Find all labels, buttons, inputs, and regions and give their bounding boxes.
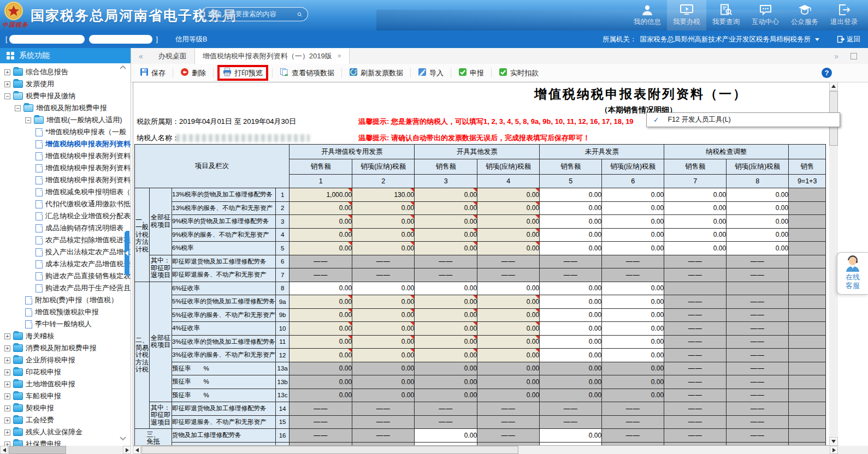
sidebar-item[interactable]: +残疾人就业保障金 (0, 426, 131, 438)
collapse-icon[interactable]: − (25, 117, 31, 123)
tab-desktop[interactable]: 办税桌面 (151, 49, 194, 64)
sidebar-item[interactable]: 增值税纳税申报表附列资料 (0, 162, 131, 174)
value-cell[interactable]: 0.00 (477, 308, 540, 322)
value-cell[interactable]: 0.00 (352, 201, 415, 215)
value-cell[interactable]: 0.00 (415, 442, 477, 446)
sidebar-item[interactable]: 成本法核定农产品增值税进 (0, 258, 131, 270)
value-cell[interactable]: 0.00 (415, 349, 477, 362)
sidebar-item[interactable]: 汇总纳税企业增值税分配表 (0, 210, 131, 222)
expand-icon[interactable]: + (4, 381, 10, 387)
value-cell[interactable]: 0.00 (415, 242, 477, 255)
sidebar-item[interactable]: *增值税纳税申报表（一般 (0, 126, 131, 138)
toolbar-button-refresh-4[interactable]: 刷新发票数据 (346, 66, 406, 80)
value-cell[interactable]: 0.00 (352, 308, 415, 322)
value-cell[interactable]: 0.00 (602, 188, 664, 202)
value-cell[interactable]: 1,000.00 (290, 188, 352, 202)
expand-icon[interactable]: + (4, 393, 10, 399)
org-value[interactable]: 国家税务总局郑州高新技术产业开发区税务局梧桐税务所 (640, 35, 811, 44)
value-cell[interactable]: 0.00 (540, 429, 602, 443)
tabs-collapse-left[interactable]: « (139, 52, 143, 61)
back-button[interactable]: 返回 (837, 35, 860, 44)
sidebar-item[interactable]: 代扣代缴税收通用缴款书抵 (0, 198, 131, 210)
search-box[interactable] (201, 7, 308, 21)
collapse-icon[interactable]: − (15, 105, 21, 111)
value-cell[interactable]: 0.00 (477, 188, 540, 202)
sidebar-item[interactable]: 增值税减免税申报明细表（ (0, 186, 131, 198)
collapse-icon[interactable]: − (4, 93, 10, 99)
sidebar-item[interactable]: 季中转一般纳税人 (0, 318, 131, 330)
value-cell[interactable]: 0.00 (290, 349, 352, 362)
nav-item-user[interactable]: 我的信息 (628, 0, 667, 31)
value-cell[interactable]: 0.00 (540, 335, 602, 349)
expand-icon[interactable]: + (4, 333, 10, 339)
sidebar-item[interactable]: +发票使用 (0, 78, 131, 90)
help-button[interactable]: ? (822, 68, 832, 78)
sidebar-collapse-handle[interactable] (125, 231, 129, 276)
sidebar-hscrollbar[interactable] (0, 446, 131, 454)
search-input[interactable] (207, 10, 297, 19)
value-cell[interactable]: 0.00 (477, 201, 540, 215)
value-cell[interactable]: 0.00 (352, 322, 415, 336)
content-hscrollbar[interactable] (133, 446, 838, 454)
value-cell[interactable]: 0.00 (540, 442, 602, 446)
sidebar-item[interactable]: −增值税(一般纳税人适用) (0, 114, 131, 126)
value-cell[interactable]: 0.00 (602, 242, 664, 255)
tab-close-icon[interactable]: × (338, 52, 341, 60)
value-cell[interactable]: 0.00 (540, 188, 602, 202)
value-cell[interactable]: 0.00 (290, 242, 352, 255)
expand-icon[interactable]: + (4, 81, 10, 87)
value-cell[interactable]: 0.00 (352, 215, 415, 229)
expand-icon[interactable]: + (4, 345, 10, 351)
expand-icon[interactable]: + (4, 357, 10, 363)
sidebar-item[interactable]: +土地增值税申报 (0, 378, 131, 390)
value-cell[interactable]: 0.00 (540, 215, 602, 229)
tree-scroll-up-icon[interactable] (120, 65, 126, 69)
sidebar-item[interactable]: 增值税纳税申报表附列资料 (0, 138, 131, 150)
sidebar-item[interactable]: 增值税预缴税款申报 (0, 306, 131, 318)
value-cell[interactable]: 0.00 (290, 228, 352, 242)
value-cell[interactable]: 0.00 (727, 228, 789, 242)
expand-icon[interactable]: + (4, 429, 10, 435)
value-cell[interactable]: 130.00 (352, 188, 415, 202)
value-cell[interactable]: 0.00 (602, 308, 664, 322)
value-cell[interactable]: 0.00 (415, 215, 477, 229)
expand-icon[interactable]: + (4, 417, 10, 423)
tree-scroll-down-icon[interactable] (120, 437, 126, 441)
value-cell[interactable]: 0.00 (602, 335, 664, 349)
value-cell[interactable]: 0.00 (290, 215, 352, 229)
value-cell[interactable]: 0.00 (290, 322, 352, 336)
value-cell[interactable]: 0.00 (602, 201, 664, 215)
value-cell[interactable]: 0.00 (727, 215, 789, 229)
toolbar-button-check-7[interactable]: 实时扣款 (495, 66, 542, 80)
value-cell[interactable]: 0.00 (664, 242, 727, 255)
value-cell[interactable]: 0.00 (477, 215, 540, 229)
sidebar-item[interactable]: +综合信息报告 (0, 66, 131, 78)
value-cell[interactable]: 0.00 (540, 295, 602, 309)
value-cell[interactable]: 0.00 (415, 188, 477, 202)
value-cell[interactable]: 0.00 (415, 201, 477, 215)
value-cell[interactable]: 0.00 (477, 322, 540, 336)
value-cell[interactable]: 0.00 (602, 322, 664, 336)
value-cell[interactable]: 0.00 (477, 349, 540, 362)
sidebar-item[interactable]: −增值税及附加税费申报 (0, 102, 131, 114)
sidebar-item[interactable]: 购进农产品直接销售核定农 (0, 270, 131, 282)
sidebar-item[interactable]: 增值税纳税申报表附列资料 (0, 174, 131, 186)
value-cell[interactable]: 0.00 (602, 349, 664, 362)
sidebar-item[interactable]: 附加税(费)申报（增值税） (0, 294, 131, 306)
value-cell[interactable]: 0.00 (352, 335, 415, 349)
sidebar-item[interactable]: 投入产出法核定农产品增值 (0, 246, 131, 258)
value-cell[interactable]: 0.00 (540, 242, 602, 255)
value-cell[interactable]: 0.00 (352, 295, 415, 309)
nav-item-chat[interactable]: 互动中心 (746, 0, 785, 31)
value-cell[interactable]: 0.00 (290, 201, 352, 215)
toolbar-button-pages-3[interactable]: 查看销项数据 (276, 66, 338, 80)
value-cell[interactable]: 0.00 (290, 335, 352, 349)
sidebar-item[interactable]: +契税申报 (0, 402, 131, 414)
sidebar-item[interactable]: 农产品核定扣除增值税进项 (0, 234, 131, 246)
sidebar-item[interactable]: +企业所得税申报 (0, 354, 131, 366)
value-cell[interactable]: 0.00 (477, 335, 540, 349)
value-cell[interactable]: 0.00 (540, 201, 602, 215)
value-cell[interactable]: 0.00 (664, 228, 727, 242)
expand-icon[interactable]: + (4, 369, 10, 375)
value-cell[interactable]: 0.00 (415, 335, 477, 349)
